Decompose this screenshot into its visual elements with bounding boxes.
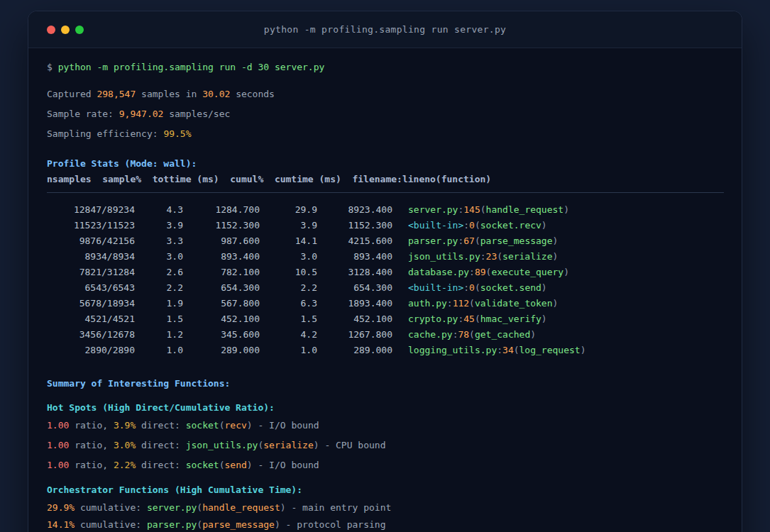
terminal-titlebar[interactable]: python -m profiling.sampling run server.…	[28, 11, 742, 48]
close-window-button[interactable]	[47, 26, 55, 34]
function-cell: cache.py:78(get_cached)	[392, 327, 724, 343]
table-divider	[47, 192, 724, 193]
efficiency-line: Sampling efficiency: 99.5%	[47, 126, 724, 142]
hot-spot-note: - I/O bound	[253, 420, 319, 431]
profile-row: 9876/421563.3987.60014.14215.600parser.p…	[47, 233, 724, 249]
colon-separator: :	[480, 251, 486, 262]
tottime-cell: 893.400	[183, 249, 260, 265]
hot-spot-percent: 3.0%	[114, 440, 136, 450]
zoom-window-button[interactable]	[75, 26, 84, 34]
shell-prompt: $	[47, 62, 58, 72]
cumtime-cell: 4215.600	[317, 233, 392, 249]
profile-row: 4521/45211.5452.1001.5452.100crypto.py:4…	[47, 311, 724, 327]
tottime-cell: 289.000	[183, 343, 260, 358]
direct-label: direct:	[136, 440, 185, 450]
line-number: 23	[486, 251, 497, 262]
cumul-percent-cell: 14.1	[260, 233, 317, 249]
sample-percent-cell: 1.0	[135, 343, 183, 358]
profile-row: 11523/115233.91152.3003.91152.300<built-…	[47, 218, 724, 233]
hot-spot-member: serialize	[263, 440, 313, 450]
terminal-output: $ python -m profiling.sampling run -d 30…	[28, 48, 742, 532]
function-name: handle_request	[486, 204, 564, 215]
orchestrator-target: server.py	[147, 502, 197, 513]
open-paren: (	[475, 282, 480, 293]
close-paren: )	[314, 440, 319, 450]
orchestrator-percent: 14.1%	[47, 519, 75, 530]
close-paren: )	[541, 220, 547, 231]
captured-sample-count: 298,547	[97, 89, 136, 99]
profile-row: 3456/126781.2345.6004.21267.800cache.py:…	[47, 327, 724, 343]
line-number: 67	[463, 235, 475, 246]
line-number: 89	[475, 267, 486, 277]
cumul-percent-cell: 6.3	[260, 296, 317, 311]
cumul-percent-cell: 10.5	[260, 265, 317, 280]
nsamples-cell: 5678/18934	[47, 296, 135, 311]
hot-spot-target: json_utils.py	[186, 440, 258, 450]
minimize-window-button[interactable]	[61, 26, 70, 34]
direct-label: direct:	[136, 420, 185, 431]
profile-row: 2890/28901.0289.0001.0289.000logging_uti…	[47, 343, 724, 358]
function-cell: database.py:89(execute_query)	[392, 265, 724, 280]
orchestrator-note: - main entry point	[286, 502, 392, 513]
open-paren: (	[475, 220, 480, 231]
line-number: 0	[469, 220, 475, 231]
function-name: parse_message	[480, 235, 553, 246]
nsamples-cell: 4521/4521	[47, 311, 135, 327]
tottime-cell: 1152.300	[183, 218, 260, 233]
cumtime-cell: 1267.800	[317, 327, 392, 343]
sample-percent-cell: 1.5	[135, 311, 183, 327]
cumul-percent-cell: 1.5	[260, 311, 317, 327]
function-name: validate_token	[475, 298, 553, 309]
filename: server.py	[408, 204, 458, 215]
close-paren: )	[247, 420, 253, 431]
filename: <built-in>	[408, 282, 463, 293]
profile-row: 8934/89343.0893.4003.0893.400json_utils.…	[47, 249, 724, 265]
hot-spot-target: socket	[186, 460, 219, 470]
orchestrator-member: handle_request	[202, 502, 280, 513]
tottime-cell: 654.300	[183, 280, 260, 296]
sample-percent-cell: 1.2	[135, 327, 183, 343]
hot-spot-ratio: 1.00	[47, 440, 69, 450]
close-paren: )	[563, 204, 569, 215]
cumtime-cell: 452.100	[317, 311, 392, 327]
open-paren: (	[469, 329, 475, 340]
nsamples-cell: 3456/12678	[47, 327, 135, 343]
hot-spot-member: send	[225, 460, 247, 470]
close-paren: )	[280, 502, 286, 513]
ratio-label: ratio,	[69, 460, 114, 470]
orchestrator-line: 29.9% cumulative: server.py(handle_reque…	[47, 500, 724, 516]
nsamples-cell: 9876/42156	[47, 233, 135, 249]
close-paren: )	[275, 519, 280, 530]
orchestrator-percent: 29.9%	[47, 502, 75, 513]
tottime-cell: 345.600	[183, 327, 260, 343]
efficiency-value: 99.5%	[163, 128, 191, 139]
line-number: 0	[469, 282, 475, 293]
cumul-percent-cell: 3.0	[260, 249, 317, 265]
sample-percent-cell: 3.0	[135, 249, 183, 265]
function-cell: auth.py:112(validate_token)	[392, 296, 724, 311]
close-paren: )	[541, 314, 547, 324]
cumtime-cell: 8923.400	[317, 202, 392, 218]
profile-row: 6543/65432.2654.3002.2654.300<built-in>:…	[47, 280, 724, 296]
profile-row: 7821/312842.6782.10010.53128.400database…	[47, 265, 724, 280]
close-paren: )	[553, 235, 559, 246]
colon-separator: :	[469, 267, 475, 277]
hot-spot-line: 1.00 ratio, 3.0% direct: json_utils.py(s…	[47, 438, 724, 453]
open-paren: (	[219, 420, 225, 431]
function-name: serialize	[502, 251, 552, 262]
function-cell: parser.py:67(parse_message)	[392, 233, 724, 249]
window-controls	[47, 26, 84, 34]
close-paren: )	[553, 298, 559, 309]
hot-spot-line: 1.00 ratio, 3.9% direct: socket(recv) - …	[47, 418, 724, 433]
colon-separator: :	[463, 282, 469, 293]
close-paren: )	[563, 267, 569, 277]
summary-heading: Summary of Interesting Functions:	[47, 376, 724, 392]
open-paren: (	[469, 298, 475, 309]
hot-spot-note: - CPU bound	[319, 440, 386, 450]
function-name: get_cached	[475, 329, 530, 340]
captured-infix: samples in	[136, 89, 202, 99]
nsamples-cell: 8934/8934	[47, 249, 135, 265]
close-paren: )	[541, 282, 547, 293]
sample-percent-cell: 3.3	[135, 233, 183, 249]
open-paren: (	[497, 251, 502, 262]
